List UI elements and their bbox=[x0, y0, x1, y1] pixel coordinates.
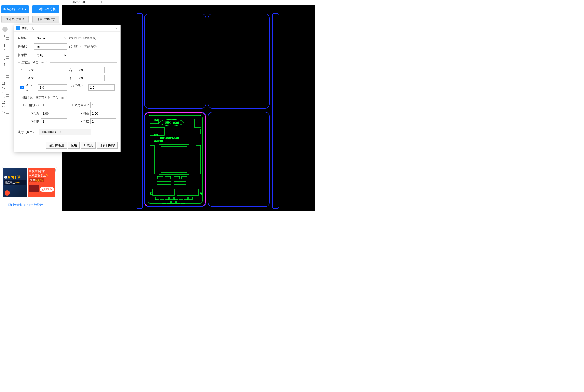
dialog-title-text: 拼版工具 bbox=[22, 25, 34, 32]
svg-rect-3 bbox=[208, 14, 270, 108]
svg-rect-12 bbox=[185, 129, 200, 134]
gutter-row[interactable]: 12 bbox=[0, 86, 9, 91]
pcb-mcu-label: GD32F450 bbox=[154, 140, 163, 142]
gutter-row[interactable]: 3 bbox=[0, 43, 9, 48]
gutter-row[interactable]: 17 bbox=[0, 110, 9, 114]
count-y-input[interactable] bbox=[90, 118, 116, 124]
ad-right-l2b: 5 bbox=[46, 174, 48, 177]
src-layer-select[interactable]: Outline bbox=[34, 35, 67, 41]
pcb-p1-label: P1 bbox=[150, 193, 152, 195]
svg-rect-21 bbox=[157, 182, 171, 184]
svg-rect-5 bbox=[208, 112, 270, 207]
gutter-row[interactable]: 10 bbox=[0, 76, 9, 81]
add-layer-button[interactable]: + bbox=[2, 26, 8, 32]
svg-rect-36 bbox=[176, 201, 180, 203]
right-input[interactable] bbox=[75, 67, 104, 73]
svg-point-9 bbox=[160, 119, 184, 126]
gap-x-input[interactable] bbox=[41, 110, 67, 116]
ad-right[interactable]: 高多层板打样 六八层板低至5 快至5天出 立即下单 bbox=[28, 168, 55, 197]
svg-rect-13 bbox=[159, 144, 189, 174]
top-label: 上 bbox=[20, 76, 25, 80]
gutter-row[interactable]: 2 bbox=[0, 38, 9, 43]
chip-icon bbox=[29, 184, 39, 192]
svg-rect-28 bbox=[170, 197, 174, 200]
svg-rect-15 bbox=[150, 146, 154, 174]
mark-input[interactable] bbox=[38, 84, 68, 90]
pcb-logo-text: LCKSC bbox=[165, 122, 170, 124]
dialog-titlebar[interactable]: 拼版工具 × bbox=[14, 25, 120, 32]
dim-label: 尺寸（mm） bbox=[18, 130, 37, 134]
gap-x-label: X间距 bbox=[20, 111, 40, 116]
calc-size-button[interactable]: 计算PCB尺寸 bbox=[32, 16, 60, 23]
tab-active[interactable]: 2022-12-08 bbox=[62, 0, 96, 5]
ad-order-button[interactable]: 立即下单 bbox=[40, 187, 54, 192]
dialog-close-button[interactable]: × bbox=[114, 25, 118, 32]
pcb-p2-label: P2 bbox=[200, 193, 202, 195]
gutter-row[interactable]: 15 bbox=[0, 100, 9, 105]
panel-layer-hint: (拼版层名，不能为空) bbox=[69, 45, 97, 49]
gutter-row[interactable]: 8 bbox=[0, 67, 9, 72]
ad-left-line1: 全面下调 bbox=[7, 175, 21, 179]
pcb-url-label: WWW.LCKFB.COM bbox=[160, 136, 179, 139]
assembly-pcba-button[interactable]: 组装分析 PCBA bbox=[2, 5, 28, 13]
gutter-row[interactable]: 7 bbox=[0, 62, 9, 67]
app-icon bbox=[16, 26, 20, 30]
gap-y-label: Y间距 bbox=[70, 111, 89, 116]
tab-add-button[interactable]: + bbox=[98, 0, 106, 5]
src-layer-hint: (为空则用Profile拼版) bbox=[69, 36, 96, 40]
apply-button[interactable]: 应用 bbox=[68, 142, 80, 149]
svg-rect-14 bbox=[161, 146, 187, 172]
rail-gap-y-label: 工艺边间距Y bbox=[70, 103, 89, 108]
svg-rect-31 bbox=[184, 197, 188, 200]
svg-rect-25 bbox=[156, 197, 159, 200]
util-button[interactable]: 计算利用率 bbox=[97, 142, 118, 149]
top-toolbar: 组装分析 PCBA 一键DFM分析 设计图/仿真图 计算PCB尺寸 bbox=[0, 0, 62, 24]
stamp-hole-button[interactable]: 邮票孔 bbox=[81, 142, 96, 149]
mark-label: Mark点： bbox=[26, 84, 36, 92]
gutter-row[interactable]: 16 bbox=[0, 105, 9, 110]
gutter-row[interactable]: 4 bbox=[0, 48, 9, 53]
panel-layer-input[interactable] bbox=[34, 44, 67, 50]
svg-rect-37 bbox=[181, 201, 185, 203]
design-sim-button[interactable]: 设计图/仿真图 bbox=[2, 16, 28, 23]
svg-rect-16 bbox=[196, 146, 200, 174]
param-fieldset: 拼版参数，间距可为负（单位：mm） 工艺边间距X 工艺边间距Y X间距 Y间距 … bbox=[18, 96, 119, 126]
bottom-input[interactable] bbox=[75, 75, 104, 81]
gutter-row[interactable]: 6 bbox=[0, 58, 9, 62]
ad-foot-link[interactable]: 限时免费领《PCB封装设计白… bbox=[4, 203, 48, 207]
output-layer-button[interactable]: 输出拼版层 bbox=[46, 142, 67, 149]
svg-rect-34 bbox=[167, 201, 170, 203]
svg-rect-22 bbox=[174, 182, 186, 184]
pcb-tft-label: TFT bbox=[154, 134, 158, 136]
svg-rect-23 bbox=[152, 189, 174, 195]
gutter-row[interactable]: 9 bbox=[0, 72, 9, 76]
rail-fieldset: 工艺边（单位：mm） 左 右 上 下 Mark点： 定位孔大小： bbox=[18, 60, 117, 93]
gutter-row[interactable]: 5 bbox=[0, 53, 9, 58]
svg-rect-17 bbox=[157, 176, 163, 179]
bottom-label: 下 bbox=[69, 76, 74, 80]
right-label: 右 bbox=[69, 68, 74, 72]
hole-input[interactable] bbox=[88, 84, 114, 90]
svg-rect-24 bbox=[177, 189, 199, 195]
svg-rect-2 bbox=[144, 14, 206, 108]
pcb-logo2-text: 深山派 bbox=[173, 122, 179, 124]
ad-right-l1: 高多层板打样 bbox=[29, 170, 54, 174]
gutter-row[interactable]: 11 bbox=[0, 81, 9, 86]
rail-gap-y-input[interactable] bbox=[90, 102, 116, 108]
count-x-input[interactable] bbox=[41, 118, 67, 124]
gap-y-input[interactable] bbox=[90, 110, 116, 116]
rail-gap-x-input[interactable] bbox=[41, 102, 67, 108]
top-input[interactable] bbox=[26, 75, 56, 81]
count-x-label: X个数 bbox=[20, 119, 40, 124]
gutter-row[interactable]: 1 bbox=[0, 34, 9, 38]
dfm-button[interactable]: 一键DFM分析 bbox=[32, 5, 60, 13]
left-input[interactable] bbox=[26, 67, 56, 73]
mode-select[interactable]: 常规 bbox=[34, 52, 67, 58]
mark-checkbox[interactable] bbox=[20, 86, 24, 89]
gutter-row[interactable]: 14 bbox=[0, 96, 9, 100]
gutter-row[interactable]: 13 bbox=[0, 91, 9, 96]
ad-left[interactable]: 格全面下调 幅度高达50% › bbox=[3, 168, 27, 197]
svg-rect-32 bbox=[189, 197, 192, 200]
svg-rect-20 bbox=[182, 176, 187, 179]
count-y-label: Y个数 bbox=[70, 119, 89, 124]
